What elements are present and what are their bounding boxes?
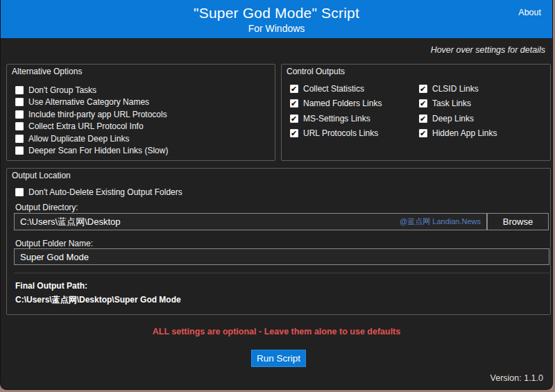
- checkbox-named-folders-links[interactable]: Named Folders Links: [290, 99, 382, 108]
- checkbox-icon[interactable]: [15, 122, 24, 130]
- checkbox-use-alternative-category-names[interactable]: Use Alternative Category Names: [15, 98, 168, 107]
- group-title: Alternative Options: [12, 67, 82, 76]
- divider: [14, 273, 549, 273]
- version-label: Version: 1.1.0: [490, 373, 543, 383]
- browse-button[interactable]: Browse: [487, 213, 549, 230]
- checkbox-deep-links[interactable]: Deep Links: [419, 114, 497, 123]
- checkbox-task-links[interactable]: Task Links: [419, 99, 497, 108]
- checkbox-label[interactable]: URL Protocols Links: [303, 128, 378, 138]
- checkbox-hidden-app-links[interactable]: Hidden App Links: [419, 129, 497, 138]
- checkbox-icon[interactable]: [290, 114, 298, 123]
- settings-optional-notice: ALL settings are optional - Leave them a…: [1, 327, 552, 336]
- checkbox-label[interactable]: Collect Statistics: [303, 84, 364, 94]
- checkbox-icon[interactable]: [15, 86, 24, 94]
- checkbox-allow-duplicate-deep-links[interactable]: Allow Duplicate Deep Links: [15, 134, 168, 143]
- checkbox-collect-extra-url-protocol-info[interactable]: Collect Extra URL Protocol Info: [15, 122, 168, 131]
- checkbox-label[interactable]: Don't Auto-Delete Existing Output Folder…: [28, 187, 182, 197]
- checkbox-label[interactable]: Don't Group Tasks: [28, 85, 96, 95]
- output-directory-value: C:\Users\蓝点网\Desktop: [20, 216, 120, 228]
- checkbox-icon[interactable]: [15, 146, 24, 155]
- checkbox-icon[interactable]: [15, 188, 24, 196]
- checkbox-label[interactable]: Collect Extra URL Protocol Info: [28, 121, 144, 131]
- group-alternative-options: Alternative Options Don't Group Tasks Us…: [6, 64, 275, 161]
- checkbox-icon[interactable]: [419, 85, 427, 93]
- control-outputs-left-column: Collect Statistics Named Folders Links M…: [290, 84, 382, 138]
- checkbox-dont-auto-delete-output-folders[interactable]: Don't Auto-Delete Existing Output Folder…: [15, 187, 182, 196]
- checkbox-label[interactable]: MS-Settings Links: [303, 114, 370, 123]
- checkbox-url-protocols-links[interactable]: URL Protocols Links: [290, 129, 382, 138]
- final-output-path-value: C:\Users\蓝点网\Desktop\Super God Mode: [15, 294, 181, 306]
- checkbox-include-third-party-url-protocols[interactable]: Include third-party app URL Protocols: [15, 110, 168, 119]
- run-script-button[interactable]: Run Script: [251, 350, 306, 367]
- app-window: "Super God Mode" Script For Windows Abou…: [0, 0, 553, 390]
- checkbox-label[interactable]: Named Folders Links: [303, 99, 382, 108]
- checkbox-label[interactable]: Task Links: [432, 99, 471, 108]
- checkbox-dont-group-tasks[interactable]: Don't Group Tasks: [15, 85, 168, 94]
- hover-hint: Hover over settings for details: [431, 45, 545, 55]
- checkbox-icon[interactable]: [290, 99, 298, 108]
- alternative-options-list: Don't Group Tasks Use Alternative Catego…: [15, 85, 168, 155]
- output-folder-name-input[interactable]: Super God Mode: [14, 248, 549, 265]
- output-directory-input[interactable]: C:\Users\蓝点网\Desktop @蓝点网 Landian.News: [14, 213, 487, 230]
- output-folder-name-value: Super God Mode: [20, 252, 89, 262]
- output-folder-name-label: Output Folder Name:: [15, 239, 93, 248]
- checkbox-icon[interactable]: [419, 99, 427, 108]
- checkbox-deeper-scan-hidden-links[interactable]: Deeper Scan For Hidden Links (Slow): [15, 146, 168, 155]
- checkbox-icon[interactable]: [15, 135, 24, 143]
- group-control-outputs: Control Outputs Collect Statistics Named…: [281, 64, 551, 161]
- checkbox-ms-settings-links[interactable]: MS-Settings Links: [290, 114, 382, 123]
- checkbox-collect-statistics[interactable]: Collect Statistics: [290, 84, 382, 93]
- checkbox-icon[interactable]: [419, 129, 427, 137]
- output-directory-label: Output Directory:: [15, 203, 78, 212]
- checkbox-icon[interactable]: [15, 110, 24, 119]
- app-title: "Super God Mode" Script: [1, 0, 552, 22]
- about-link[interactable]: About: [518, 8, 541, 17]
- checkbox-label[interactable]: Allow Duplicate Deep Links: [28, 134, 129, 144]
- checkbox-icon[interactable]: [290, 129, 298, 137]
- control-outputs-right-column: CLSID Links Task Links Deep Links Hidden…: [419, 84, 497, 138]
- checkbox-label[interactable]: Include third-party app URL Protocols: [28, 110, 167, 119]
- checkbox-label[interactable]: Deep Links: [432, 114, 474, 123]
- app-subtitle: For Windows: [1, 23, 552, 34]
- checkbox-clsid-links[interactable]: CLSID Links: [419, 84, 497, 93]
- header: "Super God Mode" Script For Windows Abou…: [1, 0, 552, 38]
- group-title: Output Location: [12, 171, 71, 180]
- group-output-location: Output Location Don't Auto-Delete Existi…: [6, 168, 551, 315]
- group-title: Control Outputs: [287, 67, 345, 76]
- final-output-path-label: Final Output Path:: [15, 281, 87, 291]
- checkbox-icon[interactable]: [15, 98, 24, 106]
- checkbox-label[interactable]: Hidden App Links: [432, 128, 497, 138]
- checkbox-icon[interactable]: [290, 85, 298, 93]
- checkbox-label[interactable]: CLSID Links: [432, 84, 479, 94]
- checkbox-label[interactable]: Deeper Scan For Hidden Links (Slow): [28, 146, 168, 155]
- checkbox-icon[interactable]: [419, 114, 427, 123]
- watermark-text: @蓝点网 Landian.News: [400, 216, 481, 227]
- checkbox-label[interactable]: Use Alternative Category Names: [28, 97, 149, 107]
